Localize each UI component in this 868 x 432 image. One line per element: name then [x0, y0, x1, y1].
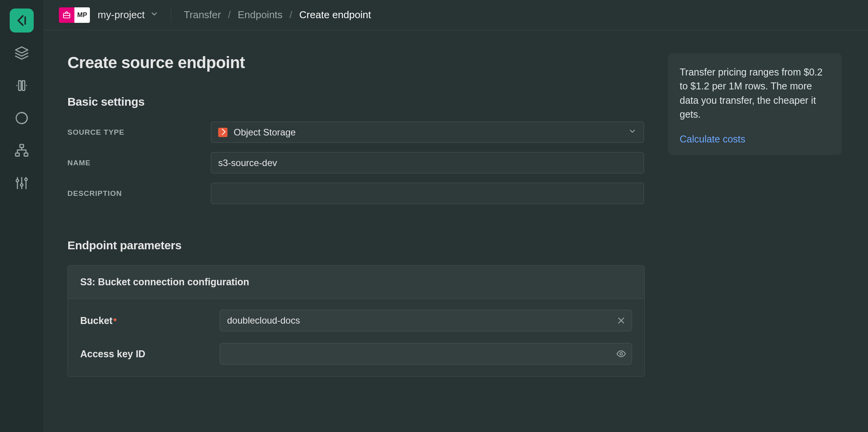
- description-input[interactable]: [211, 183, 644, 204]
- app-logo[interactable]: [10, 9, 34, 33]
- access-key-input[interactable]: [220, 343, 632, 365]
- breadcrumb-separator: /: [228, 9, 231, 21]
- name-input[interactable]: [211, 152, 644, 173]
- svg-marker-1: [16, 47, 28, 53]
- toggle-visibility-button[interactable]: [616, 348, 627, 359]
- sidebar-item-clusters[interactable]: [10, 41, 34, 65]
- breadcrumb-transfer[interactable]: Transfer: [184, 9, 221, 21]
- svg-rect-4: [22, 81, 25, 90]
- card-header: S3: Bucket connection configuration: [68, 266, 644, 299]
- breadcrumbs: Transfer / Endpoints / Create endpoint: [184, 9, 371, 21]
- svg-point-11: [16, 180, 19, 182]
- sidebar-item-transfer[interactable]: [10, 106, 34, 130]
- clear-input-button[interactable]: [616, 315, 627, 326]
- project-abbrev: MP: [74, 7, 90, 23]
- briefcase-icon: [59, 7, 74, 23]
- svg-point-15: [25, 178, 27, 180]
- svg-point-20: [620, 353, 623, 355]
- chevron-down-icon: [628, 127, 637, 138]
- breadcrumb-endpoints[interactable]: Endpoints: [238, 9, 282, 21]
- sidebar-item-topology[interactable]: [10, 139, 34, 163]
- sidebar-item-settings[interactable]: [10, 171, 34, 195]
- bucket-label: Bucket*: [80, 315, 220, 326]
- endpoint-params-heading: Endpoint parameters: [67, 239, 645, 252]
- chevron-down-icon: [150, 9, 158, 21]
- name-label: Name: [67, 159, 211, 167]
- description-label: Description: [67, 189, 211, 198]
- source-type-select[interactable]: Object Storage: [211, 122, 644, 143]
- source-type-label: Source type: [67, 128, 211, 137]
- source-type-value: Object Storage: [234, 127, 296, 138]
- bucket-input[interactable]: [220, 310, 632, 331]
- pricing-info-text: Transfer pricing ranges from $0.2 to $1.…: [680, 65, 830, 121]
- calculate-costs-link[interactable]: Calculate costs: [680, 134, 746, 144]
- object-storage-icon: [218, 128, 227, 137]
- breadcrumb-current: Create endpoint: [299, 9, 371, 21]
- main-content: MP my-project Transfer / Endpoints / Cre…: [43, 0, 868, 432]
- svg-point-13: [21, 184, 23, 186]
- breadcrumb-separator: /: [289, 9, 292, 21]
- project-selector[interactable]: my-project: [98, 9, 158, 21]
- basic-settings-heading: Basic settings: [67, 95, 645, 108]
- sidebar-item-visualization[interactable]: [10, 74, 34, 98]
- project-name: my-project: [98, 9, 145, 21]
- divider: [171, 8, 171, 22]
- svg-rect-3: [19, 81, 21, 90]
- pricing-info-card: Transfer pricing ranges from $0.2 to $1.…: [668, 53, 842, 155]
- access-key-label: Access key ID: [80, 348, 220, 360]
- bucket-config-card: S3: Bucket connection configuration Buck…: [67, 265, 645, 377]
- page-title: Create source endpoint: [67, 53, 645, 72]
- topbar: MP my-project Transfer / Endpoints / Cre…: [43, 0, 868, 30]
- sidebar: [0, 0, 43, 432]
- project-badge: MP: [59, 7, 90, 23]
- required-indicator: *: [113, 316, 117, 326]
